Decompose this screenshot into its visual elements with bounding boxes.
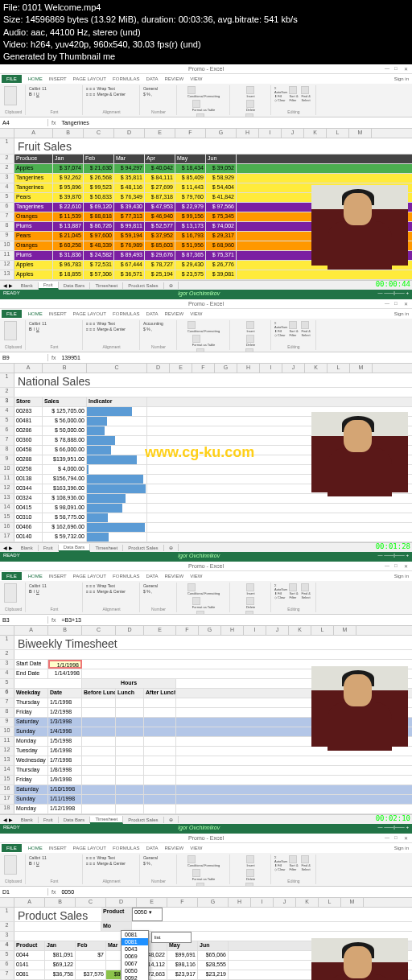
cell[interactable]: $ 84,111 <box>145 174 175 183</box>
cell[interactable] <box>82 698 116 707</box>
cell[interactable]: $ 21,630 <box>84 164 114 173</box>
cell[interactable]: $ 18,855 <box>53 270 84 279</box>
cell[interactable]: $ 75,371 <box>206 251 237 260</box>
cell[interactable]: 00415 <box>14 504 43 513</box>
menu-item-formulas[interactable]: FORMULAS <box>113 311 139 316</box>
col-header-E[interactable]: E <box>145 129 175 138</box>
cell[interactable] <box>116 776 144 784</box>
menu-item-page-layout[interactable]: PAGE LAYOUT <box>73 574 106 579</box>
delete-icon[interactable] <box>246 869 254 877</box>
cell[interactable]: $ 29,317 <box>206 232 237 241</box>
sheet-tab-timesheet[interactable]: Timesheet <box>90 816 123 824</box>
menu-item-view[interactable]: VIEW <box>190 574 202 579</box>
cell[interactable] <box>116 766 144 775</box>
cell[interactable] <box>116 747 144 756</box>
cell[interactable]: 00310 <box>14 513 43 522</box>
font-size-select[interactable]: 11 <box>42 855 47 860</box>
cell[interactable] <box>116 795 144 804</box>
cell[interactable]: Tuesday <box>14 747 48 756</box>
cell[interactable]: 1/6/1998 <box>48 747 82 756</box>
cell[interactable]: $ 48,116 <box>114 183 145 192</box>
cell[interactable]: $ 86,726 <box>84 222 114 231</box>
cell[interactable]: $ 66,000.00 <box>43 446 87 455</box>
minimize-button[interactable]: — <box>385 301 391 307</box>
col-header-G[interactable]: G <box>215 364 237 373</box>
cell[interactable]: $ 95,896 <box>53 183 84 192</box>
menu-item-insert[interactable]: INSERT <box>49 846 67 850</box>
merge-center-button[interactable]: Merge & Center <box>97 589 126 594</box>
find-select-icon[interactable] <box>301 86 309 94</box>
table-row[interactable]: 15Friday1/9/1998 <box>0 776 412 785</box>
cell[interactable] <box>82 727 116 736</box>
cell[interactable]: $ 60,258 <box>53 241 84 250</box>
col-header-K[interactable]: K <box>305 364 328 373</box>
formula-input[interactable]: =B3+13 <box>59 616 412 624</box>
minimize-button[interactable]: — <box>385 835 391 842</box>
end-date-value[interactable]: 1/14/1998 <box>48 669 82 678</box>
cell[interactable] <box>116 727 144 736</box>
close-button[interactable]: ✕ <box>404 301 410 307</box>
cell[interactable]: $ 99,811 <box>114 222 145 231</box>
cell[interactable]: Saturday <box>14 718 48 727</box>
cell[interactable]: $ 97,566 <box>206 203 237 212</box>
cell[interactable]: $ 85,409 <box>175 174 206 183</box>
maximize-button[interactable]: □ <box>394 563 401 570</box>
cell[interactable] <box>116 698 144 707</box>
col-header-B[interactable]: B <box>43 364 87 373</box>
cell[interactable]: 1/8/1998 <box>48 766 82 775</box>
cell[interactable]: $ 79,760 <box>175 193 206 202</box>
fx-icon[interactable]: fx <box>48 889 59 895</box>
dropdown-item[interactable]: 0081 <box>122 931 148 938</box>
filter-popup[interactable]: list <box>151 932 192 943</box>
formula-input[interactable]: Tangerines <box>59 119 412 126</box>
cell[interactable]: $ 58,775.00 <box>43 513 87 522</box>
cell[interactable]: Plums <box>14 222 53 231</box>
sheet-nav-icon[interactable]: ◀ ▶ <box>0 282 16 288</box>
cell[interactable]: $ 21,045 <box>53 232 84 241</box>
cell[interactable] <box>144 747 176 756</box>
delete-icon[interactable] <box>246 335 254 343</box>
col-header-H[interactable]: H <box>237 129 259 138</box>
cell[interactable]: 00458 <box>14 446 43 455</box>
select-all-corner[interactable] <box>0 626 14 635</box>
col-header-D[interactable]: D <box>114 129 145 138</box>
cell[interactable]: Sunday <box>14 727 48 736</box>
cell[interactable]: $ 96,783 <box>53 261 84 270</box>
cell[interactable]: 0081 <box>14 970 45 979</box>
cell[interactable] <box>116 718 144 727</box>
sheet-tab-data-bars[interactable]: Data Bars <box>59 817 91 823</box>
close-button[interactable]: ✕ <box>404 835 410 842</box>
cell[interactable]: $ 56,000.00 <box>43 417 87 426</box>
col-header-J[interactable]: J <box>274 898 296 907</box>
cell[interactable]: $ 162,696.00 <box>43 523 87 532</box>
cell[interactable]: 1/2/1998 <box>48 708 82 717</box>
cell[interactable]: $ 58,929 <box>206 174 237 183</box>
table-row[interactable]: 13Apples$ 18,855$ 57,306$ 36,571$ 25,194… <box>0 270 412 280</box>
name-box[interactable]: A4 <box>0 119 48 126</box>
table-row[interactable]: 18Monday1/12/1998 <box>0 805 412 814</box>
insert-icon[interactable] <box>246 583 254 591</box>
format-as-table-icon[interactable] <box>192 597 200 605</box>
col-header-A[interactable]: A <box>14 626 48 635</box>
table-row[interactable]: 2Apples$ 37,074$ 21,630$ 94,297$ 40,042$… <box>0 164 412 174</box>
font-size-select[interactable]: 11 <box>42 321 47 326</box>
cell[interactable]: $ 97,600 <box>84 232 114 241</box>
cell[interactable]: Saturday <box>14 785 48 794</box>
cell[interactable]: 1/11/1998 <box>48 795 82 804</box>
col-header-K[interactable]: K <box>304 129 327 138</box>
col-header-K[interactable]: K <box>289 626 311 635</box>
data-bar-cell[interactable] <box>87 513 147 522</box>
menu-item-view[interactable]: VIEW <box>190 311 202 316</box>
cell[interactable] <box>116 708 144 717</box>
col-header-A[interactable]: A <box>14 898 45 907</box>
sheet-tab-product-sales[interactable]: Product Sales <box>123 545 163 551</box>
sheet-tab-blank[interactable]: Blank <box>16 282 39 289</box>
menu-item-view[interactable]: VIEW <box>190 846 202 850</box>
cell[interactable]: $ 37,952 <box>145 232 175 241</box>
data-bar-cell[interactable] <box>87 494 147 503</box>
sheet-nav-icon[interactable]: ◀ ▶ <box>0 817 16 822</box>
cell[interactable] <box>82 795 116 804</box>
cell[interactable] <box>144 776 176 784</box>
cell[interactable]: $ 78,888.00 <box>43 436 87 445</box>
sign-in-link[interactable]: Sign in <box>394 311 409 316</box>
